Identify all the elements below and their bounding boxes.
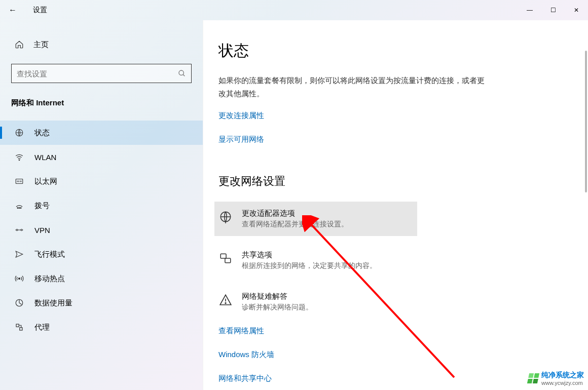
watermark-url: www.ycwjzy.com <box>541 380 584 386</box>
watermark-logo-icon <box>527 373 539 383</box>
link-connection-properties[interactable]: 更改连接属性 <box>218 111 264 121</box>
watermark: 纯净系统之家 www.ycwjzy.com <box>528 371 584 386</box>
sidebar-item-vpn[interactable]: VPN <box>0 218 203 242</box>
option-desc: 诊断并解决网络问题。 <box>242 303 313 312</box>
svg-point-6 <box>20 208 21 209</box>
home-label: 主页 <box>33 40 49 50</box>
option-title: 共享选项 <box>242 250 377 260</box>
option-desc: 根据所连接到的网络，决定要共享的内容。 <box>242 261 377 270</box>
sidebar-item-label: VPN <box>34 226 50 235</box>
svg-point-2 <box>19 160 20 161</box>
sharing-icon <box>218 251 233 265</box>
option-adapter[interactable]: 更改适配器选项 查看网络适配器并更改连接设置。 <box>214 202 417 236</box>
sidebar-item-label: 数据使用量 <box>34 298 72 308</box>
sidebar-item-ethernet[interactable]: 以太网 <box>0 169 203 193</box>
svg-rect-3 <box>16 179 23 184</box>
globe-icon <box>14 128 24 138</box>
svg-point-7 <box>16 229 18 231</box>
sidebar-item-airplane[interactable]: 飞行模式 <box>0 242 203 266</box>
sidebar-item-wlan[interactable]: WLAN <box>0 145 203 169</box>
adapter-icon <box>218 210 233 224</box>
titlebar: ← 设置 — ☐ ✕ <box>0 0 588 20</box>
sidebar-item-label: 移动热点 <box>34 274 65 284</box>
svg-point-16 <box>225 303 226 304</box>
minimize-button[interactable]: — <box>518 2 541 18</box>
content-panel: 状态 如果你的流量套餐有限制，则你可以将此网络设置为按流量计费的连接，或者更改其… <box>203 20 588 390</box>
svg-point-8 <box>21 229 22 231</box>
link-firewall[interactable]: Windows 防火墙 <box>218 350 274 360</box>
datausage-icon <box>14 298 24 308</box>
dialup-icon <box>14 201 24 211</box>
back-button[interactable]: ← <box>5 3 20 18</box>
search-box[interactable] <box>11 64 192 83</box>
option-desc: 查看网络适配器并更改连接设置。 <box>242 220 348 229</box>
link-sharing-center[interactable]: 网络和共享中心 <box>218 374 272 383</box>
svg-rect-14 <box>220 254 226 258</box>
svg-point-5 <box>19 208 20 209</box>
sidebar-item-datausage[interactable]: 数据使用量 <box>0 291 203 315</box>
sidebar-item-label: 代理 <box>34 323 50 332</box>
option-title: 更改适配器选项 <box>242 209 348 218</box>
svg-rect-11 <box>16 324 19 327</box>
nav-list: 状态 WLAN 以太网 拨号 VPN <box>0 121 203 339</box>
search-icon <box>178 69 186 77</box>
sidebar-item-label: 拨号 <box>34 201 50 211</box>
sidebar: 主页 网络和 Internet 状态 WLAN <box>0 20 203 390</box>
scrollbar[interactable] <box>585 51 587 192</box>
maximize-button[interactable]: ☐ <box>541 2 565 18</box>
sidebar-item-proxy[interactable]: 代理 <box>0 315 203 339</box>
sidebar-item-label: 以太网 <box>34 177 57 186</box>
watermark-brand: 纯净系统之家 <box>541 371 584 380</box>
intro-text: 如果你的流量套餐有限制，则你可以将此网络设置为按流量计费的连接，或者更改其他属性… <box>218 74 487 100</box>
section-title-change: 更改网络设置 <box>218 174 573 189</box>
vpn-icon <box>14 225 24 235</box>
troubleshoot-icon <box>218 293 233 307</box>
window-title: 设置 <box>33 6 47 15</box>
page-title: 状态 <box>218 41 573 61</box>
sidebar-item-label: 飞行模式 <box>34 250 65 259</box>
home-icon <box>14 40 24 50</box>
sidebar-item-status[interactable]: 状态 <box>0 121 203 145</box>
svg-point-9 <box>19 278 20 280</box>
search-input[interactable] <box>17 69 178 78</box>
ethernet-icon <box>14 176 24 186</box>
sidebar-item-label: WLAN <box>34 153 56 162</box>
option-sharing[interactable]: 共享选项 根据所连接到的网络，决定要共享的内容。 <box>214 243 417 278</box>
svg-point-0 <box>179 70 183 75</box>
hotspot-icon <box>14 274 24 284</box>
wifi-icon <box>14 152 24 162</box>
sidebar-item-hotspot[interactable]: 移动热点 <box>0 266 203 291</box>
home-link[interactable]: 主页 <box>0 35 203 54</box>
close-button[interactable]: ✕ <box>565 2 588 18</box>
option-title: 网络疑难解答 <box>242 292 313 301</box>
option-troubleshoot[interactable]: 网络疑难解答 诊断并解决网络问题。 <box>214 285 417 319</box>
link-view-properties[interactable]: 查看网络属性 <box>218 326 264 336</box>
svg-point-4 <box>17 208 18 209</box>
proxy-icon <box>14 322 24 332</box>
category-title: 网络和 Internet <box>0 93 203 121</box>
airplane-icon <box>14 249 24 259</box>
svg-rect-12 <box>20 328 22 330</box>
svg-rect-15 <box>225 258 231 263</box>
sidebar-item-label: 状态 <box>34 128 50 138</box>
link-available-networks[interactable]: 显示可用网络 <box>218 135 264 144</box>
sidebar-item-dialup[interactable]: 拨号 <box>0 193 203 218</box>
